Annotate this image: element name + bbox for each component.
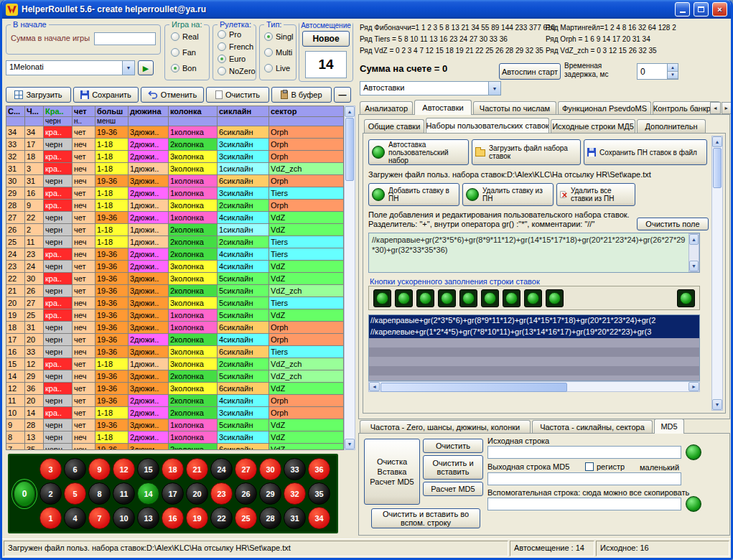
md5-big-button[interactable]: Очистка Вставка Расчет MD5 xyxy=(364,439,420,505)
table-row[interactable]: 1236кра..чет19-363дюжи..3колонка6сиклайн… xyxy=(6,383,344,395)
scroll-up-icon[interactable]: ▲ xyxy=(345,106,355,117)
roulette-number[interactable]: 34 xyxy=(308,507,330,529)
roulette-number[interactable]: 11 xyxy=(113,482,135,505)
scroll-down-icon[interactable]: ▼ xyxy=(345,439,355,449)
column-header[interactable]: больш xyxy=(95,106,129,117)
md5-helper-input[interactable] xyxy=(487,498,681,510)
quick-bet-button-6[interactable] xyxy=(481,289,499,307)
roulette-number[interactable]: 25 xyxy=(235,507,257,529)
quick-bet-button-1[interactable] xyxy=(373,289,391,307)
start-sum-input[interactable] xyxy=(94,32,156,45)
radio-multi[interactable]: Multi xyxy=(264,48,292,57)
table-row[interactable]: 1831черннеч19-363дюжи..1колонка6сиклайнO… xyxy=(6,322,344,334)
roulette-number[interactable]: 22 xyxy=(210,507,233,529)
table-row[interactable]: 2126чернчет19-363дюжи..2колонка5сиклайнV… xyxy=(6,285,344,297)
column-header[interactable]: Ч... xyxy=(25,106,44,117)
table-row[interactable]: 2230кра..чет19-363дюжи..3колонка5сиклайн… xyxy=(6,273,344,285)
tab-functional-psevdoms[interactable]: Функционал PsevdoMS xyxy=(558,101,651,115)
delete-bet-button[interactable]: Удалить ставку из ПН xyxy=(462,183,554,206)
load-bet-set-file-button[interactable]: Загрузить файл набора ставок xyxy=(472,139,581,165)
tab-freq-zero-chances[interactable]: Частота - Zero, шансы, дюжины, колонки xyxy=(360,420,531,434)
table-row[interactable]: 735черннеч19-363дюжи..2колонка6сиклайнVd… xyxy=(6,444,344,450)
table-row[interactable]: 813черннеч1-182дюжи..1колонка3сиклайнVdZ xyxy=(6,431,344,444)
scroll-down-icon[interactable]: ▼ xyxy=(689,261,699,271)
table-row[interactable]: 3031черннеч19-363дюжи..1колонка6сиклайнO… xyxy=(6,175,344,187)
scrollbar-thumb[interactable] xyxy=(713,148,722,188)
roulette-number[interactable]: 35 xyxy=(308,482,330,505)
quick-bet-button-3[interactable] xyxy=(416,289,434,307)
add-bet-button[interactable]: Добавить ставку в ПН xyxy=(368,183,459,206)
column-header[interactable]: дюжина xyxy=(129,106,169,117)
clear-field-button[interactable]: Очистить поле xyxy=(637,218,709,230)
roulette-number[interactable]: 21 xyxy=(186,458,208,480)
md5-helper-action-button[interactable] xyxy=(686,496,701,512)
table-row[interactable]: 3317черннеч1-182дюжи..2колонка3сиклайнOr… xyxy=(6,139,344,151)
close-button[interactable]: × xyxy=(712,2,727,17)
tabs-scroll-left-icon[interactable]: ◄ xyxy=(710,102,721,114)
tab-md5-source-strings[interactable]: Исходные строки МД5 xyxy=(551,119,635,133)
table-vertical-scrollbar[interactable]: ▲ ▼ xyxy=(344,106,355,450)
md5-source-action-button[interactable] xyxy=(686,444,701,460)
roulette-zero[interactable]: 0 xyxy=(14,481,35,507)
scrollbar-thumb[interactable] xyxy=(345,118,354,181)
scroll-up-icon[interactable]: ▲ xyxy=(689,234,699,245)
roulette-number[interactable]: 18 xyxy=(162,458,184,480)
roulette-number[interactable]: 2 xyxy=(39,482,62,505)
roulette-number[interactable]: 28 xyxy=(259,507,281,529)
table-row[interactable]: 1014кра..чет1-182дюжи..2колонка3сиклайнO… xyxy=(6,407,344,419)
column-header[interactable]: сектор xyxy=(269,106,344,117)
formula-scrollbar[interactable]: ▲ ▼ xyxy=(688,233,699,272)
spin-down-icon[interactable]: ▼ xyxy=(668,72,678,80)
scrollbar-track[interactable] xyxy=(345,182,355,439)
minimize-button[interactable] xyxy=(675,2,690,17)
roulette-number[interactable]: 31 xyxy=(284,507,306,529)
roulette-number[interactable]: 32 xyxy=(284,482,306,505)
roulette-number[interactable]: 3 xyxy=(39,458,62,480)
delay-spinner[interactable]: ▲ ▼ xyxy=(637,63,678,80)
save-bet-set-file-button[interactable]: Сохранить ПН ставок в файл xyxy=(584,139,707,165)
column-header[interactable]: чет xyxy=(73,106,95,117)
column-header[interactable]: Кра.. xyxy=(44,106,73,117)
roulette-number[interactable]: 19 xyxy=(186,507,208,529)
table-row[interactable]: 928чернчет19-363дюжи..1колонка5сиклайнVd… xyxy=(6,419,344,431)
tab-frequencies-numbers[interactable]: Частоты по числам xyxy=(473,101,556,115)
spin-up-icon[interactable]: ▲ xyxy=(668,64,678,72)
new-button[interactable]: Новое xyxy=(302,31,350,47)
roulette-number[interactable]: 4 xyxy=(64,507,86,529)
roulette-number[interactable]: 29 xyxy=(259,482,281,505)
clear-button[interactable]: Очистить xyxy=(206,87,269,103)
table-row[interactable]: 1720чернчет19-362дюжи..2колонка4сиклайнO… xyxy=(6,334,344,346)
roulette-number[interactable]: 17 xyxy=(162,482,184,505)
table-row[interactable]: 3218кра..чет1-182дюжи..3колонка3сиклайнO… xyxy=(6,151,344,163)
roulette-number[interactable]: 9 xyxy=(88,458,111,480)
md5-output-input[interactable] xyxy=(487,472,681,485)
roulette-number[interactable]: 14 xyxy=(137,482,159,505)
column-header[interactable]: С... xyxy=(6,106,25,117)
scroll-right-icon[interactable]: ► xyxy=(688,382,699,391)
quick-bet-button-4[interactable] xyxy=(438,289,456,307)
scroll-left-icon[interactable]: ◄ xyxy=(369,382,380,391)
roulette-number[interactable]: 8 xyxy=(88,482,111,505)
preset-dropdown[interactable]: 1Melonati ▼ xyxy=(6,60,135,75)
md5-calc-button[interactable]: Расчет MD5 xyxy=(423,482,483,496)
roulette-number[interactable]: 30 xyxy=(259,458,281,480)
table-row[interactable]: 1120чернчет19-362дюжи..2колонка4сиклайнO… xyxy=(6,395,344,407)
table-row[interactable]: 313кра..неч1-181дюжи..3колонка1сиклайнVd… xyxy=(6,163,344,175)
radio-euro[interactable]: Euro xyxy=(218,55,246,63)
quick-bet-button-9[interactable] xyxy=(546,289,564,307)
tab-freq-sixlines-sectors[interactable]: Частота - сиклайны, сектора xyxy=(532,420,653,434)
delete-all-bets-button[interactable]: Удалить все ставки из ПН xyxy=(556,183,635,206)
tab-autobets[interactable]: Автоставки xyxy=(414,100,472,115)
radio-singl[interactable]: Singl xyxy=(264,32,293,41)
bets-list[interactable]: //кареправые+gr(2*3*5*6)+gr(8*9*11*12)+g… xyxy=(368,314,700,381)
delay-value-input[interactable] xyxy=(638,64,667,79)
roulette-number[interactable]: 26 xyxy=(235,482,257,505)
md5-source-input[interactable] xyxy=(487,446,681,459)
collapse-button[interactable]: — xyxy=(334,87,351,103)
roulette-number[interactable]: 20 xyxy=(186,482,208,505)
radio-pro[interactable]: Pro xyxy=(218,30,241,39)
quick-bet-button-7[interactable] xyxy=(503,289,520,307)
list-item[interactable]: //кареправые+gr(2*3*5*6)+gr(8*9*11*12)+g… xyxy=(369,315,699,327)
checkbox-icon[interactable] xyxy=(585,462,594,471)
roulette-number[interactable]: 5 xyxy=(64,482,86,505)
